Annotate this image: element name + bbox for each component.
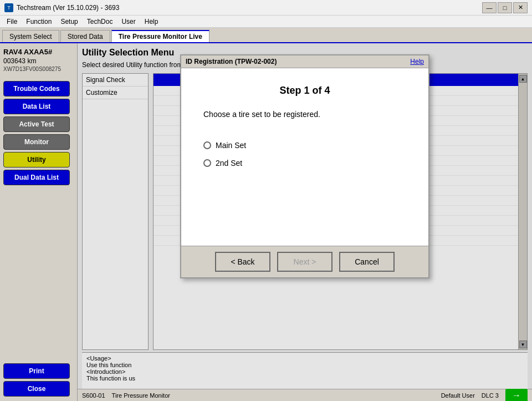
2nd-set-label: 2nd Set: [216, 159, 242, 167]
dialog-titlebar: ID Registration (TPW-02-002) Help: [181, 55, 428, 68]
status-dlc: DLC 3: [482, 392, 499, 399]
back-button[interactable]: < Back: [215, 252, 270, 272]
menu-bar: File Function Setup TechDoc User Help: [0, 16, 532, 28]
vehicle-name: RAV4 AXAA5#: [3, 48, 74, 56]
vehicle-vin: XW7D13FV00S008275: [3, 66, 74, 72]
content-area: Utility Selection Menu Select desired Ut…: [78, 43, 532, 401]
tire-set-options: Main Set 2nd Set: [203, 141, 406, 167]
vehicle-info: RAV4 AXAA5# 003643 km XW7D13FV00S008275: [3, 48, 74, 77]
menu-help[interactable]: Help: [140, 17, 163, 27]
tab-bar: System Select Stored Data Tire Pressure …: [0, 28, 532, 43]
status-left: S600-01 Tire Pressure Monitor: [82, 392, 170, 399]
step-description: Choose a tire set to be registered.: [203, 110, 406, 119]
close-button[interactable]: ✕: [513, 2, 528, 13]
main-set-label: Main Set: [216, 141, 246, 150]
next-button[interactable]: Next >: [277, 252, 332, 272]
status-right: Default User DLC 3: [441, 389, 528, 402]
trouble-codes-button[interactable]: Trouble Codes: [3, 81, 70, 97]
tab-tire-pressure[interactable]: Tire Pressure Monitor Live: [111, 30, 209, 42]
main-layout: RAV4 AXAA5# 003643 km XW7D13FV00S008275 …: [0, 43, 532, 401]
status-user: Default User: [441, 392, 475, 399]
dual-data-list-button[interactable]: Dual Data List: [3, 170, 70, 185]
window-controls: — □ ✕: [482, 2, 528, 13]
option-main-set[interactable]: Main Set: [203, 141, 406, 150]
monitor-button[interactable]: Monitor: [3, 134, 70, 150]
status-bar: S600-01 Tire Pressure Monitor Default Us…: [78, 389, 532, 401]
menu-function[interactable]: Function: [22, 17, 56, 27]
print-button[interactable]: Print: [3, 363, 70, 379]
menu-setup[interactable]: Setup: [56, 17, 82, 27]
tab-system-select[interactable]: System Select: [2, 30, 59, 42]
dialog-overlay: ID Registration (TPW-02-002) Help Step 1…: [78, 43, 532, 401]
data-list-button[interactable]: Data List: [3, 99, 70, 114]
active-test-button[interactable]: Active Test: [3, 116, 70, 132]
step-title: Step 1 of 4: [203, 85, 406, 97]
menu-file[interactable]: File: [2, 17, 22, 27]
dialog-title: ID Registration (TPW-02-002): [186, 58, 277, 65]
cancel-button[interactable]: Cancel: [339, 252, 395, 272]
minimize-button[interactable]: —: [482, 2, 497, 13]
maximize-button[interactable]: □: [498, 2, 512, 13]
help-link[interactable]: Help: [410, 58, 424, 65]
dialog-body: Step 1 of 4 Choose a tire set to be regi…: [181, 68, 428, 246]
sidebar: RAV4 AXAA5# 003643 km XW7D13FV00S008275 …: [0, 43, 78, 401]
nav-arrow-button[interactable]: [505, 389, 528, 402]
menu-user[interactable]: User: [117, 17, 140, 27]
close-sidebar-button[interactable]: Close: [3, 381, 70, 397]
title-bar: T Techstream (Ver 15.10.029) - 3693 — □ …: [0, 0, 532, 16]
option-2nd-set[interactable]: 2nd Set: [203, 159, 406, 167]
tab-stored-data[interactable]: Stored Data: [60, 30, 110, 42]
status-system: Tire Pressure Monitor: [112, 392, 170, 399]
status-code: S600-01: [82, 392, 105, 399]
radio-2nd-set[interactable]: [203, 159, 211, 167]
vehicle-km: 003643 km: [3, 57, 74, 65]
radio-main-set[interactable]: [203, 141, 211, 149]
dialog-footer: < Back Next > Cancel: [181, 246, 428, 277]
app-title: Techstream (Ver 15.10.029) - 3693: [17, 4, 119, 12]
dialog: ID Registration (TPW-02-002) Help Step 1…: [180, 54, 429, 278]
app-icon: T: [4, 3, 13, 12]
utility-button[interactable]: Utility: [3, 152, 70, 167]
menu-techdoc[interactable]: TechDoc: [83, 17, 117, 27]
